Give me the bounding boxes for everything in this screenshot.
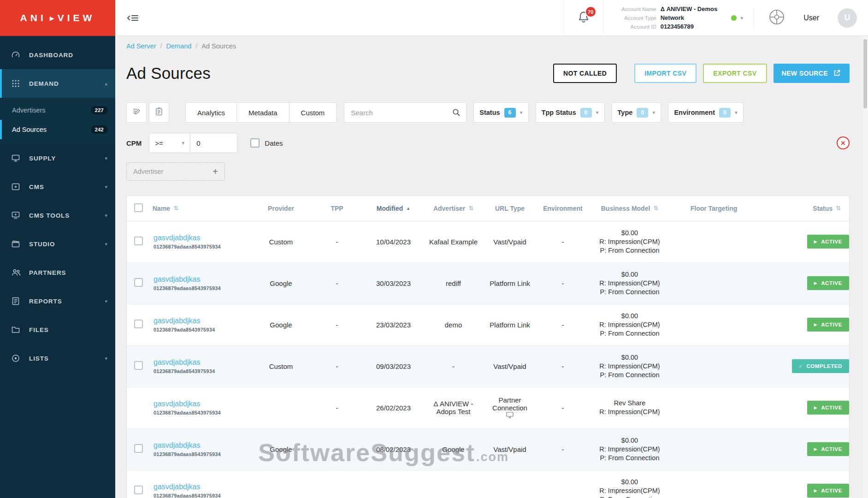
sidebar-item-cms-tools[interactable]: CMS TOOLS ▾ [0, 201, 115, 230]
page-scrollbar[interactable] [862, 36, 868, 498]
column-header-environment: Environment [537, 196, 588, 221]
dates-checkbox[interactable] [250, 138, 260, 148]
cell-advertiser: Google [425, 428, 482, 470]
table-row[interactable]: gasvdjabdjkas01236879ada8543975934 Googl… [127, 304, 849, 345]
advertiser-filter-chip[interactable]: Advertiser + [126, 162, 225, 181]
status-button[interactable]: ▶ACTIVE [807, 235, 849, 249]
logo-text-right: VIEW [58, 12, 95, 24]
table-row[interactable]: gasvdjabdjkas01236879adaas8543975934 Cus… [127, 221, 849, 262]
source-name-link[interactable]: gasvdjabdjkas [154, 358, 200, 367]
row-checkbox[interactable] [134, 444, 143, 453]
sidebar-item-studio[interactable]: STUDIO ▾ [0, 230, 115, 258]
tab-analytics[interactable]: Analytics [185, 102, 237, 123]
table-row[interactable]: gasvdjabdjkas01236879adaas8543975934 Goo… [127, 428, 849, 470]
column-header-advertiser[interactable]: Advertiser⇅ [425, 196, 482, 221]
row-checkbox[interactable] [134, 237, 143, 245]
scrollbar-thumb[interactable] [863, 39, 867, 108]
cms-icon [11, 182, 22, 191]
status-button[interactable]: ▶ACTIVE [807, 442, 849, 456]
search-icon[interactable] [447, 108, 466, 117]
supply-icon [11, 154, 22, 163]
sidebar-item-files[interactable]: FILES [0, 315, 115, 344]
tpp-status-filter-dropdown[interactable]: Tpp Status 0 ▾ [536, 102, 605, 123]
table-row[interactable]: gasvdjabdjkas01236879adaas8543975934 Goo… [127, 262, 849, 304]
breadcrumb-ad-server[interactable]: Ad Server [126, 42, 156, 50]
status-filter-dropdown[interactable]: Status 6 ▾ [473, 102, 528, 123]
environment-filter-dropdown[interactable]: Environment 0 ▾ [668, 102, 744, 123]
select-all-checkbox[interactable] [134, 203, 143, 212]
source-name-link[interactable]: gasvdjabdjkas [154, 441, 200, 450]
cell-tpp: - [312, 262, 362, 304]
sidebar-item-label: CMS TOOLS [29, 212, 70, 219]
copy-report-button[interactable] [149, 102, 169, 123]
submenu-item-label: Advertisers [12, 107, 46, 114]
ad-sources-table: Name⇅ Provider TPP Modified▲ Advertiser⇅… [126, 196, 850, 498]
sidebar-item-dashboard[interactable]: DASHBOARD [0, 41, 115, 69]
status-button[interactable]: ▶ACTIVE [807, 484, 849, 498]
sidebar-collapse-button[interactable] [126, 13, 139, 23]
not-called-button[interactable]: NOT CALLED [553, 64, 617, 83]
column-header-business-model[interactable]: Business Model⇅ [588, 196, 671, 221]
row-checkbox[interactable] [134, 486, 143, 494]
search-input[interactable] [344, 109, 447, 117]
import-csv-button[interactable]: IMPORT CSV [634, 64, 697, 83]
sidebar-item-label: DASHBOARD [29, 52, 73, 59]
row-checkbox[interactable] [134, 320, 143, 328]
cpm-operator-select[interactable]: >= ▾ [149, 133, 190, 153]
logo-text-left: ANI [20, 12, 47, 24]
tab-metadata[interactable]: Metadata [236, 102, 289, 123]
account-status-dropdown[interactable]: ▾ [725, 15, 750, 21]
clear-filters-button[interactable]: ✕ [837, 136, 850, 149]
table-row[interactable]: gasvdjabdjkas01236879adaas8543975934 $0.… [127, 470, 849, 498]
cpm-value-input[interactable] [190, 133, 237, 153]
account-type-value: Network [661, 14, 684, 21]
reports-icon [11, 296, 22, 306]
sidebar-item-reports[interactable]: REPORTS ▾ [0, 287, 115, 315]
export-csv-button[interactable]: EXPORT CSV [703, 64, 767, 83]
status-button[interactable]: ▶ACTIVE [807, 318, 849, 332]
source-name-link[interactable]: gasvdjabdjkas [154, 483, 200, 491]
column-header-tpp: TPP [312, 196, 362, 221]
studio-icon [11, 239, 22, 249]
cell-provider: Custom [250, 345, 312, 387]
cell-tpp [312, 470, 362, 498]
table-row[interactable]: gasvdjabdjkas01236879adaas8543975934 - 2… [127, 387, 849, 428]
source-name-link[interactable]: gasvdjabdjkas [154, 317, 200, 325]
sidebar-item-demand[interactable]: DEMAND ▴ [0, 69, 115, 98]
play-icon: ▶ [814, 447, 818, 451]
user-menu-label[interactable]: User [803, 14, 819, 22]
column-header-status[interactable]: Status⇅ [756, 196, 849, 221]
files-icon [11, 325, 22, 334]
source-name-link[interactable]: gasvdjabdjkas [154, 400, 200, 408]
sidebar-item-cms[interactable]: CMS ▾ [0, 172, 115, 201]
chevron-down-icon: ▾ [740, 15, 743, 21]
edit-columns-button[interactable] [126, 102, 147, 123]
sidebar-item-supply[interactable]: SUPPLY ▾ [0, 144, 115, 172]
source-name-link[interactable]: gasvdjabdjkas [154, 275, 200, 284]
breadcrumb-demand[interactable]: Demand [166, 42, 192, 50]
sidebar-item-advertisers[interactable]: Advertisers 227 [0, 101, 115, 120]
status-button[interactable]: ✓COMPLETED [792, 359, 849, 373]
status-button[interactable]: ▶ACTIVE [807, 276, 849, 290]
tab-custom[interactable]: Custom [289, 102, 337, 123]
cell-environment: - [537, 304, 588, 345]
notifications-button[interactable]: 70 [563, 0, 604, 36]
sidebar-item-lists[interactable]: LISTS ▾ [0, 344, 115, 373]
sidebar-item-partners[interactable]: PARTNERS [0, 258, 115, 287]
status-button[interactable]: ▶ACTIVE [807, 401, 849, 415]
source-name-link[interactable]: gasvdjabdjkas [154, 234, 200, 242]
row-checkbox[interactable] [134, 361, 143, 370]
column-header-modified[interactable]: Modified▲ [362, 196, 425, 221]
aniview-logo[interactable]: ANI ▶ VIEW [0, 0, 115, 36]
sidebar-item-ad-sources[interactable]: Ad Sources 242 [0, 120, 115, 139]
user-avatar[interactable]: U [838, 8, 857, 28]
play-icon: ▶ [814, 406, 818, 410]
table-row[interactable]: gasvdjabdjkas01236879ada8543975934 Custo… [127, 345, 849, 387]
dashboard-icon [11, 50, 22, 59]
row-checkbox[interactable] [134, 278, 143, 287]
column-header-name[interactable]: Name⇅ [150, 196, 250, 221]
new-source-button[interactable]: NEW SOURCE [774, 64, 850, 83]
type-filter-dropdown[interactable]: Type 0 ▾ [612, 102, 661, 123]
marketplace-wheel-button[interactable] [757, 8, 796, 28]
sort-icon: ⇅ [468, 205, 473, 212]
